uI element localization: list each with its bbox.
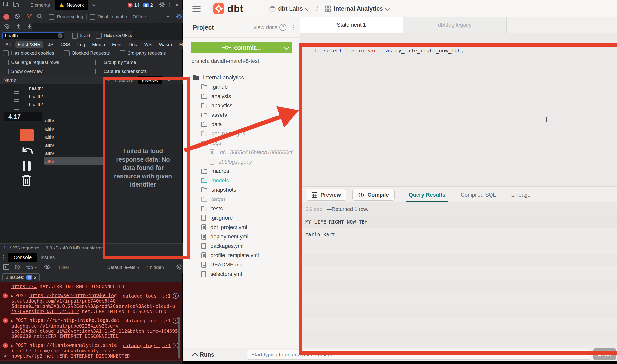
- sql-editor[interactable]: 1 select 'mario kart' as my_life_right_n…: [300, 33, 617, 186]
- tab-lineage[interactable]: Lineage: [511, 187, 530, 203]
- close-devtools-icon[interactable]: ×: [175, 2, 179, 9]
- console-kebab-icon[interactable]: [3, 255, 5, 260]
- request-row[interactable]: health/: [0, 84, 103, 92]
- dbt-logo[interactable]: dbt: [213, 2, 243, 15]
- capture-screenshots-checkbox[interactable]: Capture screenshots: [95, 69, 147, 74]
- tab-query-results[interactable]: Query Results: [409, 187, 445, 203]
- error-source-link[interactable]: datadog-logs.js:1i: [123, 293, 179, 299]
- tree-item-.github[interactable]: .github: [183, 82, 300, 92]
- log-levels-select[interactable]: Default levels ▼: [107, 265, 140, 270]
- record-icon[interactable]: [3, 14, 9, 20]
- tree-item-dbt_project.yml[interactable]: dbt_project.yml: [183, 223, 300, 232]
- source-file-link[interactable]: datadog-logs.js:1: [123, 343, 171, 348]
- stop-recording-icon[interactable]: [20, 129, 34, 141]
- error-source-link[interactable]: datadog-rum.js:1i: [126, 318, 179, 324]
- show-overview-checkbox[interactable]: Show overview: [3, 69, 43, 74]
- pause-icon[interactable]: [22, 161, 32, 172]
- expand-icon[interactable]: ▶: [11, 344, 13, 347]
- filter-funnel-icon[interactable]: [26, 13, 32, 20]
- preserve-log-checkbox[interactable]: Preserve log: [49, 14, 83, 20]
- type-filter-font[interactable]: Font: [110, 41, 124, 48]
- tree-item-internal-analytics[interactable]: internal-analytics: [183, 73, 300, 82]
- tree-item-analysis[interactable]: analysis: [183, 92, 300, 101]
- console-error-row[interactable]: ×datadog-logs.js:1i▶POST https://browser…: [0, 291, 182, 316]
- runs-toggle[interactable]: Runs: [193, 351, 214, 358]
- info-icon[interactable]: i: [173, 318, 179, 324]
- preview-button[interactable]: Preview: [306, 189, 346, 201]
- console-error-row[interactable]: ×datadog-rum.js:1i▶POST https://rum-http…: [0, 316, 182, 341]
- close-detail-icon[interactable]: ×: [107, 77, 110, 83]
- use-large-request-rows-checkbox[interactable]: Use large request rows: [3, 60, 59, 65]
- tree-item-packages.yml[interactable]: packages.yml: [183, 241, 300, 251]
- tree-item-logs[interactable]: logs: [183, 138, 300, 148]
- type-filter-doc[interactable]: Doc: [126, 41, 140, 48]
- tree-item-.nf3665c416bfecb1000000cf[interactable]: .nf…3665c416bfecb1000000cf: [183, 148, 300, 157]
- view-docs-link[interactable]: view docs ?: [254, 24, 286, 31]
- tree-item-.gitignore[interactable]: .gitignore: [183, 213, 300, 223]
- console-sidebar-icon[interactable]: [3, 264, 9, 271]
- dbt-command-input[interactable]: [247, 350, 591, 360]
- undo-icon[interactable]: [21, 146, 33, 157]
- throttling-caret-icon[interactable]: ▼: [166, 15, 170, 19]
- commit-dropdown-icon[interactable]: [284, 45, 289, 50]
- tree-item-README.md[interactable]: README.md: [183, 260, 300, 269]
- disable-cache-checkbox[interactable]: Disable cache: [90, 14, 127, 20]
- hidden-count[interactable]: 7 hidden: [146, 265, 164, 270]
- compile-button[interactable]: Compile: [352, 189, 395, 201]
- editor-tab-statement-1[interactable]: Statement 1: [300, 17, 403, 33]
- error-url-link[interactable]: https://…: [11, 284, 37, 289]
- commit-button[interactable]: commit...: [191, 42, 292, 53]
- result-row[interactable]: mario kart: [300, 228, 617, 241]
- tree-item-deployment.yml[interactable]: deployment.yml: [183, 232, 300, 241]
- tab-network[interactable]: Network: [55, 0, 88, 10]
- type-filter-all[interactable]: All: [3, 41, 13, 48]
- source-file-link[interactable]: datadog-rum.js:1: [126, 318, 171, 323]
- tree-item-macros[interactable]: macros: [183, 166, 300, 176]
- issue-count-badge[interactable]: ▤ 2: [143, 2, 153, 8]
- type-filter-media[interactable]: Media: [90, 41, 108, 48]
- trash-icon[interactable]: [21, 174, 32, 188]
- tab-console[interactable]: Console: [8, 253, 37, 262]
- info-icon[interactable]: i: [173, 343, 179, 348]
- tree-item-dbt_packages[interactable]: dbt_packages: [183, 129, 300, 138]
- issues-chip[interactable]: 2 Issues: ▤ 2: [2, 273, 40, 281]
- source-file-link[interactable]: datadog-logs.js:1: [123, 293, 171, 298]
- network-settings-gear-icon[interactable]: [176, 13, 182, 20]
- more-tabs-icon[interactable]: »: [92, 2, 95, 8]
- tab-compiled-sql[interactable]: Compiled SQL: [461, 187, 496, 203]
- network-conditions-icon[interactable]: [3, 24, 10, 30]
- tree-item-assets[interactable]: assets: [183, 110, 300, 120]
- editor-tab-dbt-log-legacy[interactable]: dbt.log.legacy: [403, 17, 507, 33]
- blocked-requests-checkbox[interactable]: Blocked Requests: [64, 50, 110, 56]
- tab-issues[interactable]: Issues: [40, 255, 55, 260]
- tree-item-target[interactable]: target: [183, 195, 300, 204]
- type-filter-img[interactable]: Img: [75, 41, 88, 48]
- expand-icon[interactable]: ▶: [11, 319, 13, 323]
- type-filter-wasm[interactable]: Wasm: [156, 41, 174, 48]
- project-switcher[interactable]: Internal Analytics: [325, 5, 389, 12]
- request-row[interactable]: health/: [0, 92, 103, 100]
- tab-headers[interactable]: Headers: [115, 77, 133, 83]
- type-filter-css[interactable]: CSS: [58, 41, 73, 48]
- group-by-frame-checkbox[interactable]: Group by frame: [95, 60, 136, 65]
- console-filter-input[interactable]: [57, 264, 102, 271]
- hide-data-urls-checkbox[interactable]: Hide data URLs: [96, 33, 132, 39]
- request-row[interactable]: health/: [0, 100, 103, 109]
- error-source-link[interactable]: datadog-logs.js:1i: [123, 343, 179, 348]
- tab-elements[interactable]: Elements: [25, 2, 55, 8]
- type-filter-ws[interactable]: WS: [142, 41, 154, 48]
- expand-icon[interactable]: ▶: [11, 294, 13, 298]
- tree-item-models[interactable]: models: [183, 176, 300, 185]
- network-filter-input[interactable]: [2, 32, 64, 39]
- device-toolbar-icon[interactable]: [13, 1, 19, 9]
- live-expression-eye-icon[interactable]: [44, 264, 51, 271]
- more-detail-tabs-icon[interactable]: »: [167, 77, 170, 83]
- has-blocked-cookies-checkbox[interactable]: Has blocked cookies: [3, 50, 54, 56]
- context-select[interactable]: top ▼: [26, 265, 37, 270]
- clear-icon[interactable]: [14, 13, 20, 20]
- project-kebab-icon[interactable]: [293, 25, 294, 30]
- tree-item-selectors.yml[interactable]: selectors.yml: [183, 269, 300, 279]
- clear-console-icon[interactable]: [14, 264, 20, 271]
- close-console-icon[interactable]: ×: [178, 254, 181, 261]
- tree-item-data[interactable]: data: [183, 120, 300, 129]
